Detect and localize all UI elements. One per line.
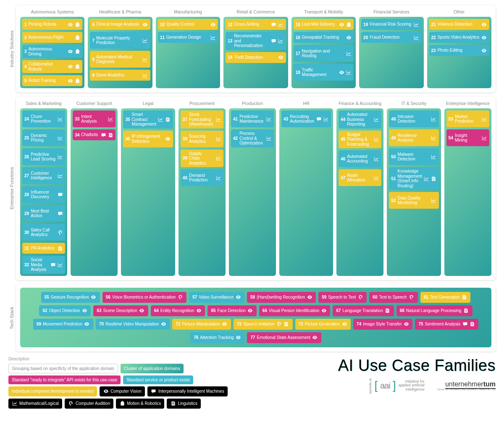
- usecase-card-68: 68 Natural Language Processing: [396, 305, 472, 316]
- chart-icon: [158, 116, 164, 122]
- usecase-card-31: 31 PR Analytics: [22, 243, 65, 254]
- usecase-card-9: 9 Gene Analytics: [90, 70, 150, 81]
- card-label: Automated Accounting: [347, 154, 372, 164]
- column-header: Sales & Marketing: [20, 100, 67, 108]
- card-icons: [57, 245, 63, 251]
- column-body: 1 Picking Robots 2 Autonomous Flight 3 A…: [20, 17, 84, 88]
- card-number: 65: [211, 308, 215, 313]
- card-label: Realtime Video Manipulation: [105, 322, 159, 327]
- card-icons: [160, 321, 166, 327]
- usecase-card-64: 64 Entity Recognition: [151, 305, 205, 316]
- column-3: Procurement 37 Stock Forecasting (Wareho…: [178, 100, 226, 276]
- card-number: 56: [106, 295, 110, 299]
- card-label: Sales Call Analytics: [31, 228, 55, 237]
- card-number: 50: [391, 155, 396, 159]
- card-label: Influencer Discovery: [31, 190, 55, 199]
- usecase-card-65: 65 Face Detection: [207, 305, 256, 316]
- usecase-card-29: 29 Next Best Action: [22, 205, 65, 222]
- card-label: Geospatial Tracking: [302, 35, 344, 40]
- chart-icon: [414, 21, 420, 27]
- card-label: Predictive Lead Scoring: [31, 152, 55, 162]
- usecase-card-39: 39 Supply Chain Analytics: [181, 150, 223, 168]
- card-icons: [196, 308, 202, 314]
- column-0: Autonomous Systems 1 Picking Robots 2 Au…: [20, 8, 84, 88]
- chart-icon: [346, 50, 352, 56]
- card-icons: [414, 21, 420, 27]
- ear-icon: [357, 294, 363, 300]
- legend-item: Standard service or product exists: [123, 375, 193, 384]
- card-number: 70: [99, 322, 104, 326]
- usecase-card-25: 25 Dynamic Pricing: [22, 129, 65, 146]
- legend-row-2: Individual compnent development is neede…: [8, 386, 228, 396]
- usecase-card-26: 26 Predictive Lead Scoring: [22, 148, 65, 165]
- card-label: (Hand)writing Recognition: [257, 295, 305, 300]
- column-2: Manufacturing 10 Quality Control 11 Gene…: [156, 8, 220, 88]
- card-icons: [57, 192, 63, 197]
- doc-icon: [463, 308, 469, 314]
- usecase-card-11: 11 Generative Design: [158, 32, 218, 43]
- ear-icon: [276, 321, 282, 327]
- card-number: 60: [373, 295, 377, 299]
- eye-icon: [91, 294, 97, 300]
- usecase-card-28: 28 Influencer Discovery: [22, 186, 65, 203]
- card-icons: [346, 34, 352, 40]
- column-body: 37 Stock Forecasting (Warehouse) 38 Sour…: [178, 108, 226, 276]
- card-number: 14: [228, 55, 232, 60]
- card-number: 53: [449, 117, 453, 121]
- usecase-card-36: 36 IP Infringement Detection: [123, 131, 173, 147]
- card-icons: [210, 34, 216, 40]
- card-icons: [108, 116, 113, 122]
- eye-icon: [235, 335, 241, 341]
- legend: Description Grouping based on specificty…: [8, 357, 228, 409]
- chart-icon: [142, 56, 148, 62]
- card-number: 27: [24, 173, 29, 178]
- card-number: 5: [24, 79, 27, 83]
- card-icons: [67, 78, 80, 84]
- usecase-card-56: 56 Voice Biometrics or Authentication: [102, 292, 186, 303]
- aai-side: appliedai.de: [369, 378, 372, 394]
- section-label: Enterprise Functions: [8, 97, 16, 280]
- usecase-card-24: 24 Churn Prevention: [22, 110, 65, 127]
- card-icons: [403, 321, 409, 327]
- card-label: Fraud Detection: [370, 35, 412, 40]
- usecase-card-76: 76 Attention Tracking: [190, 332, 244, 343]
- chart-icon: [266, 116, 272, 122]
- eye-icon: [481, 21, 487, 27]
- card-label: Dynamic Pricing: [31, 133, 55, 143]
- usecase-card-32: 32 Social Media Analysis: [22, 256, 65, 274]
- eye-icon: [67, 64, 73, 70]
- chat-icon: [151, 388, 157, 394]
- chart-icon: [57, 135, 63, 141]
- usecase-card-43: 43 Recruiting Automization: [281, 110, 331, 127]
- card-label: Next Best Action: [31, 209, 55, 218]
- chat-icon: [271, 38, 277, 44]
- chart-icon: [108, 116, 113, 122]
- chat-icon: [57, 210, 63, 216]
- card-label: Insight Mining: [455, 133, 480, 143]
- usecase-card-50: 50 Malware Detection: [389, 148, 439, 165]
- eye-icon: [339, 69, 344, 75]
- chart-icon: [431, 116, 437, 122]
- column-7: IT & Security 48 Intrusion Detection 49 …: [387, 100, 441, 276]
- card-number: 46: [341, 157, 345, 161]
- usecase-card-74: 74 Image Style Transfer: [353, 319, 412, 330]
- card-icons: [431, 154, 437, 160]
- usecase-card-42: 42 Process Control & Optimization: [231, 129, 274, 147]
- eye-icon: [235, 294, 241, 300]
- card-number: 58: [250, 295, 255, 299]
- card-icons: [57, 135, 63, 141]
- card-label: Recommender and Personalization: [234, 34, 269, 48]
- chart-icon: [57, 154, 63, 160]
- aai-subtitle: Initiative forapplied artificialintellig…: [399, 380, 425, 392]
- card-icons: [67, 21, 80, 27]
- card-icons: [271, 38, 284, 44]
- card-label: Object Detection: [49, 308, 80, 313]
- usecase-card-59: 59 Speech to Text: [318, 292, 367, 303]
- chart-icon: [373, 156, 379, 162]
- card-label: Clinical Image Analysis: [96, 22, 141, 27]
- main-title: AI Use Case Families: [244, 357, 496, 375]
- eye-icon: [81, 308, 87, 314]
- eye-icon: [67, 78, 73, 84]
- card-label: Knowledge Management (Smart Info Routing…: [397, 169, 422, 188]
- card-icons: [100, 132, 113, 138]
